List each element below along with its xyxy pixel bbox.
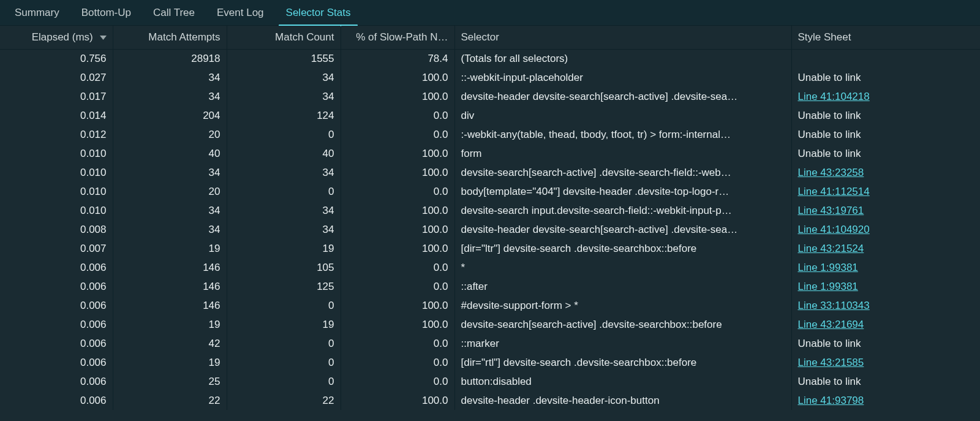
cell-elapsed: 0.006 (0, 334, 113, 353)
cell-selector: (Totals for all selectors) (454, 49, 791, 68)
col-header-elapsed[interactable]: Elapsed (ms) (0, 26, 113, 49)
cell-elapsed: 0.010 (0, 201, 113, 220)
table-row[interactable]: 0.0064200.0::markerUnable to link (0, 334, 980, 353)
table-row[interactable]: 0.0062222100.0devsite-header .devsite-he… (0, 391, 980, 410)
tab-label: Bottom-Up (81, 7, 131, 18)
cell-slow: 0.0 (341, 125, 454, 144)
stylesheet-text: Unable to link (798, 148, 861, 159)
col-header-count[interactable]: Match Count (227, 26, 341, 49)
cell-elapsed: 0.010 (0, 144, 113, 163)
cell-attempts: 40 (113, 144, 227, 163)
tab-selstats[interactable]: Selector Stats (275, 0, 362, 26)
table-row[interactable]: 0.0102000.0body[template="404"] devsite-… (0, 182, 980, 201)
tab-eventlog[interactable]: Event Log (206, 0, 275, 26)
stylesheet-link[interactable]: Line 43:21524 (798, 243, 864, 254)
table-row[interactable]: 0.0142041240.0divUnable to link (0, 106, 980, 125)
cell-slow: 0.0 (341, 372, 454, 391)
cell-stylesheet: Line 43:21524 (791, 239, 980, 258)
col-header-sheet[interactable]: Style Sheet (791, 26, 980, 49)
cell-stylesheet: Line 1:99381 (791, 277, 980, 296)
cell-attempts: 146 (113, 258, 227, 277)
tab-calltree[interactable]: Call Tree (142, 0, 206, 26)
cell-selector: #devsite-support-form > * (454, 296, 791, 315)
cell-elapsed: 0.017 (0, 87, 113, 106)
cell-count: 124 (227, 106, 341, 125)
table-row[interactable]: 0.75628918155578.4(Totals for all select… (0, 49, 980, 68)
stylesheet-link[interactable]: Line 43:23258 (798, 167, 864, 178)
cell-count: 22 (227, 391, 341, 410)
stylesheet-text: Unable to link (798, 376, 861, 387)
cell-elapsed: 0.010 (0, 163, 113, 182)
stylesheet-link[interactable]: Line 43:21585 (798, 357, 864, 368)
cell-elapsed: 0.006 (0, 258, 113, 277)
cell-elapsed: 0.006 (0, 391, 113, 410)
table-row[interactable]: 0.0061460100.0#devsite-support-form > *L… (0, 296, 980, 315)
col-header-selector[interactable]: Selector (454, 26, 791, 49)
table-row[interactable]: 0.0061461050.0*Line 1:99381 (0, 258, 980, 277)
cell-attempts: 34 (113, 201, 227, 220)
cell-slow: 100.0 (341, 68, 454, 87)
cell-selector: body[template="404"] devsite-header .dev… (454, 182, 791, 201)
cell-stylesheet: Line 41:112514 (791, 182, 980, 201)
stylesheet-text: Unable to link (798, 129, 861, 140)
cell-count: 34 (227, 87, 341, 106)
cell-attempts: 25 (113, 372, 227, 391)
cell-selector: ::-webkit-input-placeholder (454, 68, 791, 87)
table-row[interactable]: 0.0103434100.0devsite-search[search-acti… (0, 163, 980, 182)
cell-selector: * (454, 258, 791, 277)
cell-elapsed: 0.008 (0, 220, 113, 239)
col-header-attempts[interactable]: Match Attempts (113, 26, 227, 49)
col-header-label: % of Slow-Path N… (356, 31, 448, 43)
cell-attempts: 204 (113, 106, 227, 125)
cell-elapsed: 0.010 (0, 182, 113, 201)
cell-attempts: 42 (113, 334, 227, 353)
cell-selector: devsite-header .devsite-header-icon-butt… (454, 391, 791, 410)
col-header-label: Elapsed (ms) (32, 31, 93, 43)
stylesheet-link[interactable]: Line 41:93798 (798, 395, 864, 406)
table-header-row: Elapsed (ms) Match Attempts Match Count … (0, 26, 980, 49)
stylesheet-link[interactable]: Line 1:99381 (798, 281, 858, 292)
cell-count: 125 (227, 277, 341, 296)
table-row[interactable]: 0.0071919100.0[dir="ltr"] devsite-search… (0, 239, 980, 258)
tab-bottomup[interactable]: Bottom-Up (70, 0, 142, 26)
cell-stylesheet: Unable to link (791, 144, 980, 163)
stylesheet-link[interactable]: Line 41:112514 (798, 186, 870, 197)
cell-count: 105 (227, 258, 341, 277)
stylesheet-link[interactable]: Line 33:110343 (798, 300, 870, 311)
stylesheet-link[interactable]: Line 1:99381 (798, 262, 858, 273)
cell-elapsed: 0.006 (0, 372, 113, 391)
table-row[interactable]: 0.0103434100.0devsite-search input.devsi… (0, 201, 980, 220)
stylesheet-link[interactable]: Line 41:104920 (798, 224, 870, 235)
table-row[interactable]: 0.0122000.0:-webkit-any(table, thead, tb… (0, 125, 980, 144)
cell-elapsed: 0.006 (0, 353, 113, 372)
stylesheet-text: Unable to link (798, 72, 861, 83)
tab-summary[interactable]: Summary (4, 0, 70, 26)
col-header-label: Match Count (275, 31, 334, 43)
cell-stylesheet: Line 43:23258 (791, 163, 980, 182)
table-row[interactable]: 0.0061919100.0devsite-search[search-acti… (0, 315, 980, 334)
table-row[interactable]: 0.0062500.0button:disabledUnable to link (0, 372, 980, 391)
table-row[interactable]: 0.0104040100.0formUnable to link (0, 144, 980, 163)
table-row[interactable]: 0.0061461250.0::afterLine 1:99381 (0, 277, 980, 296)
cell-stylesheet: Line 1:99381 (791, 258, 980, 277)
details-tabs: SummaryBottom-UpCall TreeEvent LogSelect… (0, 0, 980, 26)
table-row[interactable]: 0.0173434100.0devsite-header devsite-sea… (0, 87, 980, 106)
cell-attempts: 28918 (113, 49, 227, 68)
cell-selector: devsite-search[search-active] .devsite-s… (454, 315, 791, 334)
stylesheet-link[interactable]: Line 43:19761 (798, 205, 864, 216)
table-row[interactable]: 0.0061900.0[dir="rtl"] devsite-search .d… (0, 353, 980, 372)
cell-stylesheet: Line 43:19761 (791, 201, 980, 220)
table-row[interactable]: 0.0273434100.0::-webkit-input-placeholde… (0, 68, 980, 87)
cell-selector: button:disabled (454, 372, 791, 391)
tab-label: Summary (15, 7, 59, 18)
stylesheet-link[interactable]: Line 41:104218 (798, 91, 870, 102)
cell-selector: devsite-header devsite-search[search-act… (454, 87, 791, 106)
tab-label: Selector Stats (286, 7, 351, 18)
cell-attempts: 19 (113, 315, 227, 334)
stylesheet-link[interactable]: Line 43:21694 (798, 319, 864, 330)
cell-elapsed: 0.006 (0, 277, 113, 296)
stylesheet-text: Unable to link (798, 338, 861, 349)
table-row[interactable]: 0.0083434100.0devsite-header devsite-sea… (0, 220, 980, 239)
cell-slow: 0.0 (341, 353, 454, 372)
col-header-slow[interactable]: % of Slow-Path N… (341, 26, 454, 49)
